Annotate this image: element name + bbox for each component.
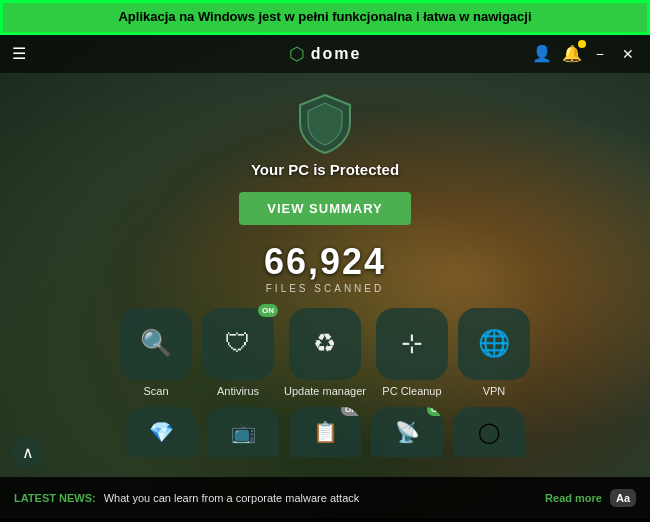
update-manager-button[interactable]: ♻ bbox=[289, 308, 361, 380]
extra2-button[interactable]: 📋 OFF bbox=[289, 407, 361, 457]
user-icon[interactable]: 👤 bbox=[532, 44, 552, 63]
scan-label: Scan bbox=[143, 385, 168, 397]
feature-extra3[interactable]: 📡 ON bbox=[371, 407, 443, 457]
app-window: ☰ ⬡ dome 👤 🔔 − ✕ Your PC is Protected bbox=[0, 35, 650, 519]
announcement-bar: Aplikacja na Windows jest w pełni funkcj… bbox=[0, 0, 650, 35]
feature-extra4[interactable]: ◯ bbox=[453, 407, 525, 457]
pc-cleanup-icon: ⊹ bbox=[401, 328, 423, 359]
extra1-icon: 📺 bbox=[231, 420, 256, 444]
chevron-up-button[interactable]: ∧ bbox=[12, 437, 44, 469]
extra3-on-badge: ON bbox=[427, 407, 443, 416]
title-bar: ☰ ⬡ dome 👤 🔔 − ✕ bbox=[0, 35, 650, 73]
close-button[interactable]: ✕ bbox=[618, 44, 638, 64]
files-count: 66,924 bbox=[264, 241, 386, 283]
bell-icon[interactable]: 🔔 bbox=[562, 44, 582, 63]
logo-area: ⬡ dome bbox=[289, 43, 362, 65]
feature-extra1[interactable]: 📺 bbox=[207, 407, 279, 457]
title-bar-left: ☰ bbox=[12, 44, 26, 63]
feature-grid: 🔍 Scan 🛡 ON Antivirus ♻ Update manager bbox=[100, 308, 550, 397]
extra2-off-badge: OFF bbox=[341, 407, 361, 416]
update-manager-icon: ♻ bbox=[313, 328, 336, 359]
logo-text: dome bbox=[311, 45, 362, 63]
feature-premium[interactable]: 💎 bbox=[125, 407, 197, 457]
antivirus-icon: 🛡 bbox=[225, 328, 251, 359]
vpn-button[interactable]: 🌐 bbox=[458, 308, 530, 380]
feature-update-manager[interactable]: ♻ Update manager bbox=[284, 308, 366, 397]
bell-badge bbox=[578, 40, 586, 48]
extra1-button[interactable]: 📺 bbox=[207, 407, 279, 457]
news-text: What you can learn from a corporate malw… bbox=[104, 492, 537, 504]
extra4-icon: ◯ bbox=[478, 420, 500, 444]
feature-extra2[interactable]: 📋 OFF bbox=[289, 407, 361, 457]
aa-badge[interactable]: Aa bbox=[610, 489, 636, 507]
title-bar-right: 👤 🔔 − ✕ bbox=[532, 44, 638, 64]
extra3-icon: 📡 bbox=[395, 420, 420, 444]
hamburger-icon[interactable]: ☰ bbox=[12, 44, 26, 63]
update-manager-label: Update manager bbox=[284, 385, 366, 397]
scan-icon: 🔍 bbox=[140, 328, 172, 359]
feature-pc-cleanup[interactable]: ⊹ PC Cleanup bbox=[376, 308, 448, 397]
news-bar: LATEST NEWS: What you can learn from a c… bbox=[0, 477, 650, 519]
minimize-button[interactable]: − bbox=[592, 44, 608, 64]
premium-icon: 💎 bbox=[149, 420, 174, 444]
bottom-features-row: 💎 📺 📋 OFF 📡 ON bbox=[105, 407, 545, 457]
vpn-icon: 🌐 bbox=[478, 328, 510, 359]
scan-button[interactable]: 🔍 bbox=[120, 308, 192, 380]
news-label: LATEST NEWS: bbox=[14, 492, 96, 504]
feature-antivirus[interactable]: 🛡 ON Antivirus bbox=[202, 308, 274, 397]
antivirus-button[interactable]: 🛡 ON bbox=[202, 308, 274, 380]
view-summary-button[interactable]: VIEW SUMMARY bbox=[239, 192, 411, 225]
antivirus-label: Antivirus bbox=[217, 385, 259, 397]
files-scanned-section: 66,924 FILES SCANNED bbox=[264, 241, 386, 294]
antivirus-on-badge: ON bbox=[258, 304, 278, 317]
feature-scan[interactable]: 🔍 Scan bbox=[120, 308, 192, 397]
main-content: Your PC is Protected VIEW SUMMARY 66,924… bbox=[0, 73, 650, 457]
premium-button[interactable]: 💎 bbox=[125, 407, 197, 457]
pc-cleanup-label: PC Cleanup bbox=[382, 385, 441, 397]
logo-icon: ⬡ bbox=[289, 43, 305, 65]
extra2-icon: 📋 bbox=[313, 420, 338, 444]
protection-status: Protected bbox=[330, 161, 399, 178]
protection-prefix: Your PC is bbox=[251, 161, 330, 178]
vpn-label: VPN bbox=[483, 385, 506, 397]
extra4-button[interactable]: ◯ bbox=[453, 407, 525, 457]
files-label: FILES SCANNED bbox=[264, 283, 386, 294]
shield-icon bbox=[298, 93, 352, 155]
read-more-button[interactable]: Read more bbox=[545, 492, 602, 504]
shield-container: Your PC is Protected bbox=[251, 93, 399, 178]
pc-cleanup-button[interactable]: ⊹ bbox=[376, 308, 448, 380]
feature-vpn[interactable]: 🌐 VPN bbox=[458, 308, 530, 397]
extra3-button[interactable]: 📡 ON bbox=[371, 407, 443, 457]
protection-text: Your PC is Protected bbox=[251, 161, 399, 178]
